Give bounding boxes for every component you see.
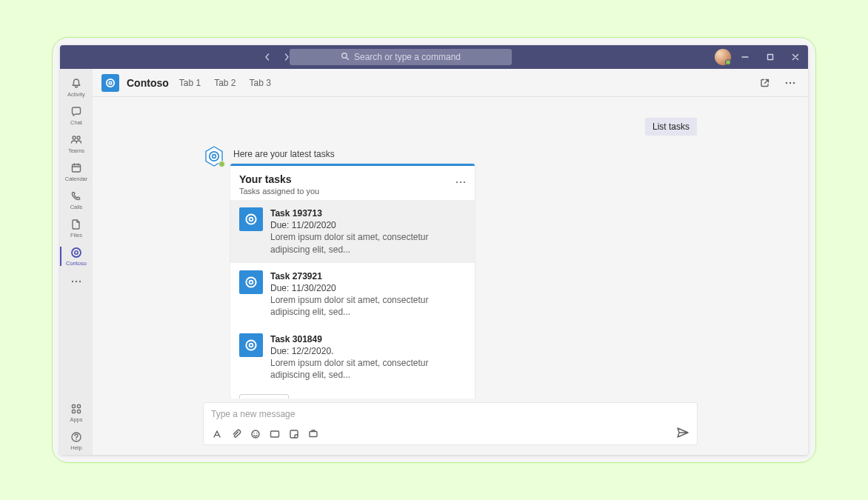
svg-point-2: [73, 136, 76, 139]
apps-icon: [70, 402, 83, 416]
rail-chat[interactable]: Chat: [60, 101, 93, 130]
nav-back-button[interactable]: [260, 50, 275, 64]
svg-rect-13: [78, 410, 81, 413]
rail-label: Calls: [70, 204, 83, 210]
presence-available-icon: [725, 59, 731, 65]
svg-point-19: [789, 81, 791, 83]
extensions-button[interactable]: [307, 428, 319, 440]
task-due: Due: 11/20/2020: [270, 219, 466, 231]
app-logo-icon: [101, 74, 119, 92]
popout-button[interactable]: [756, 74, 774, 92]
help-icon: [70, 430, 83, 444]
rail-activity[interactable]: Activity: [60, 73, 93, 101]
user-message: List tasks: [645, 118, 697, 136]
rail-label: Chat: [70, 119, 82, 126]
svg-point-3: [77, 136, 80, 139]
rail-teams[interactable]: Teams: [60, 130, 93, 158]
svg-point-7: [72, 281, 73, 282]
task-desc: Lorem ipsum dolor sit amet, consectetur …: [270, 294, 466, 318]
svg-point-32: [250, 343, 253, 347]
rail-apps[interactable]: Apps: [60, 399, 93, 427]
rail-label: Files: [70, 232, 82, 239]
sticker-button[interactable]: [288, 428, 300, 440]
send-button[interactable]: [676, 427, 690, 441]
user-avatar[interactable]: [715, 49, 731, 65]
rail-label: Apps: [70, 416, 82, 423]
svg-point-8: [76, 281, 77, 282]
emoji-button[interactable]: [250, 428, 261, 440]
task-desc: Lorem ipsum dolor sit amet, consectetur …: [270, 357, 466, 381]
svg-rect-12: [73, 410, 76, 413]
people-icon: [70, 133, 83, 147]
format-button[interactable]: [211, 428, 223, 440]
header-more-button[interactable]: [781, 74, 799, 92]
svg-point-0: [342, 53, 347, 57]
card-title: Your tasks: [239, 173, 319, 185]
svg-point-26: [464, 181, 465, 183]
svg-point-18: [786, 81, 787, 83]
svg-rect-11: [78, 405, 81, 408]
rail-label: Teams: [68, 147, 84, 154]
svg-point-20: [793, 81, 795, 83]
gif-button[interactable]: [269, 428, 281, 440]
rail-files[interactable]: Files: [60, 214, 93, 242]
svg-point-17: [109, 81, 112, 84]
svg-point-9: [79, 281, 81, 282]
svg-point-25: [460, 181, 461, 183]
search-input[interactable]: Search or type a command: [290, 49, 512, 65]
tasks-card: Your tasks Tasks assigned to you: [230, 164, 475, 399]
task-due: Due: 11/30/2020: [270, 282, 466, 294]
rail-label: Contoso: [66, 260, 87, 267]
rail-contoso[interactable]: Contoso: [60, 242, 93, 270]
svg-point-33: [252, 430, 259, 438]
window-minimize-button[interactable]: [732, 45, 758, 69]
window-close-button[interactable]: [783, 45, 808, 69]
tab-3[interactable]: Tab 3: [246, 78, 273, 88]
rail-help[interactable]: Help: [60, 427, 93, 455]
svg-point-35: [256, 433, 257, 433]
svg-point-14: [72, 433, 81, 441]
bot-intro-text: Here are your latest tasks: [230, 146, 504, 164]
svg-point-28: [250, 218, 253, 221]
svg-point-6: [75, 251, 78, 254]
bell-icon: [70, 77, 83, 90]
svg-point-27: [246, 214, 256, 224]
tab-1[interactable]: Tab 1: [176, 78, 204, 88]
task-due: Due: 12/2/2020.: [270, 345, 466, 357]
task-item[interactable]: Task 193713 Due: 11/20/2020 Lorem ipsum …: [230, 200, 475, 263]
app-name: Contoso: [127, 77, 169, 89]
search-icon: [341, 52, 350, 63]
rail-more-button[interactable]: [60, 270, 93, 293]
tab-2[interactable]: Tab 2: [211, 78, 238, 88]
app-rail: Activity Chat Teams Calendar Calls Files: [60, 69, 93, 455]
titlebar: Search or type a command: [60, 45, 808, 69]
calendar-icon: [70, 161, 83, 175]
svg-rect-38: [310, 432, 317, 437]
rail-calls[interactable]: Calls: [60, 186, 93, 214]
attach-button[interactable]: [230, 428, 242, 440]
window-maximize-button[interactable]: [758, 45, 783, 69]
task-item[interactable]: Task 301849 Due: 12/2/2020. Lorem ipsum …: [230, 326, 475, 389]
rail-calendar[interactable]: Calendar: [60, 158, 93, 186]
svg-point-30: [250, 280, 253, 284]
svg-rect-36: [271, 431, 279, 437]
phone-icon: [70, 190, 83, 203]
rail-label: Calendar: [65, 176, 87, 182]
svg-point-23: [213, 155, 216, 159]
rail-label: Help: [70, 444, 81, 451]
compose-input[interactable]: Type a new message: [211, 409, 690, 421]
card-more-button[interactable]: [455, 173, 466, 185]
task-item[interactable]: Task 273921 Due: 11/30/2020 Lorem ipsum …: [230, 263, 475, 326]
search-placeholder: Search or type a command: [354, 52, 461, 62]
svg-point-16: [107, 79, 114, 86]
svg-point-5: [72, 248, 81, 257]
view-all-button[interactable]: View all: [239, 394, 289, 399]
contoso-app-icon: [70, 246, 83, 259]
svg-point-29: [246, 277, 256, 287]
svg-rect-10: [73, 405, 76, 408]
task-app-icon: [239, 333, 263, 357]
task-app-icon: [239, 270, 263, 294]
compose-box[interactable]: Type a new message: [204, 403, 697, 444]
card-subtitle: Tasks assigned to you: [239, 187, 319, 196]
task-app-icon: [239, 207, 263, 231]
